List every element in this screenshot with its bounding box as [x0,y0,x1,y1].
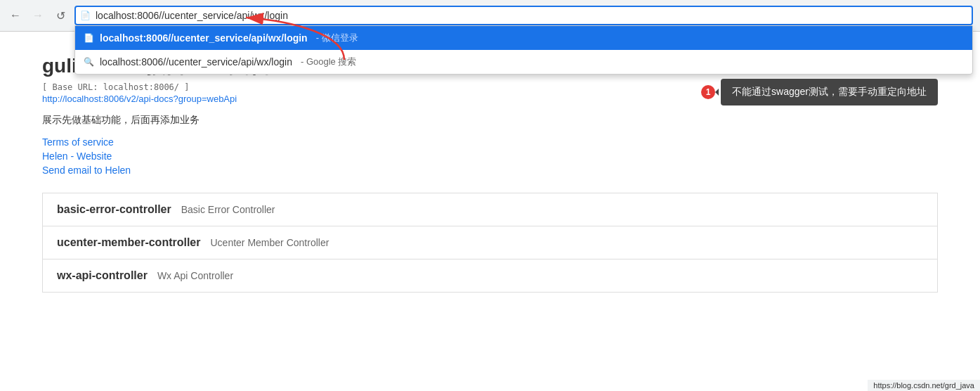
controller-desc-ucenter-member: Ucenter Member Controller [211,237,329,248]
send-email-link[interactable]: Send email to Helen [42,165,938,176]
controller-name-ucenter-member: ucenter-member-controller [57,236,201,249]
back-button[interactable]: ← [7,7,24,24]
controller-item-wx-api[interactable]: wx-api-controller Wx Api Controller [42,259,938,293]
controller-name-basic-error: basic-error-controller [57,203,171,216]
tooltip-bubble: 1 不能通过swagger测试，需要手动重定向地址 [721,79,938,105]
autocomplete-item-search[interactable]: 🔍 localhost:8006//ucenter_service/api/wx… [75,50,972,74]
helen-website-link[interactable]: Helen - Website [42,150,938,162]
status-bar: https://blog.csdn.net/grd_java [868,380,980,391]
browser-chrome: ← → ↺ 📄 📄 localhost:8006//ucenter_servic… [0,0,980,32]
page-icon: 📄 [80,11,91,20]
address-bar[interactable] [74,6,973,25]
ac-subtitle-page: - 微信登录 [316,32,358,44]
tooltip-text: 不能通过swagger测试，需要手动重定向地址 [732,86,927,97]
links-section: Terms of service Helen - Website Send em… [42,136,938,176]
page-icon-ac: 📄 [84,33,94,43]
reload-button[interactable]: ↺ [52,7,69,24]
controller-name-wx-api: wx-api-controller [57,269,148,282]
controller-desc-wx-api: Wx Api Controller [157,270,233,281]
api-description: 展示先做基础功能，后面再添加业务 [42,114,938,127]
ac-subtitle-search: - Google 搜索 [301,56,356,68]
controller-item-basic-error[interactable]: basic-error-controller Basic Error Contr… [42,193,938,226]
terms-of-service-link[interactable]: Terms of service [42,136,938,148]
autocomplete-item-page[interactable]: 📄 localhost:8006//ucenter_service/api/wx… [75,26,972,50]
controllers-section: basic-error-controller Basic Error Contr… [42,193,938,293]
status-bar-text: https://blog.csdn.net/grd_java [873,381,974,390]
controller-item-ucenter-member[interactable]: ucenter-member-controller Ucenter Member… [42,226,938,259]
forward-button[interactable]: → [30,7,46,24]
ac-main-search: localhost:8006//ucenter_service/api/wx/l… [100,56,292,68]
autocomplete-dropdown: 📄 localhost:8006//ucenter_service/api/wx… [74,25,973,75]
ac-main-page: localhost:8006//ucenter_service/api/wx/l… [100,32,308,44]
address-bar-wrapper: 📄 📄 localhost:8006//ucenter_service/api/… [74,6,973,25]
search-icon-ac: 🔍 [84,57,94,67]
bubble-number: 1 [701,85,715,99]
controller-desc-basic-error: Basic Error Controller [181,204,275,215]
